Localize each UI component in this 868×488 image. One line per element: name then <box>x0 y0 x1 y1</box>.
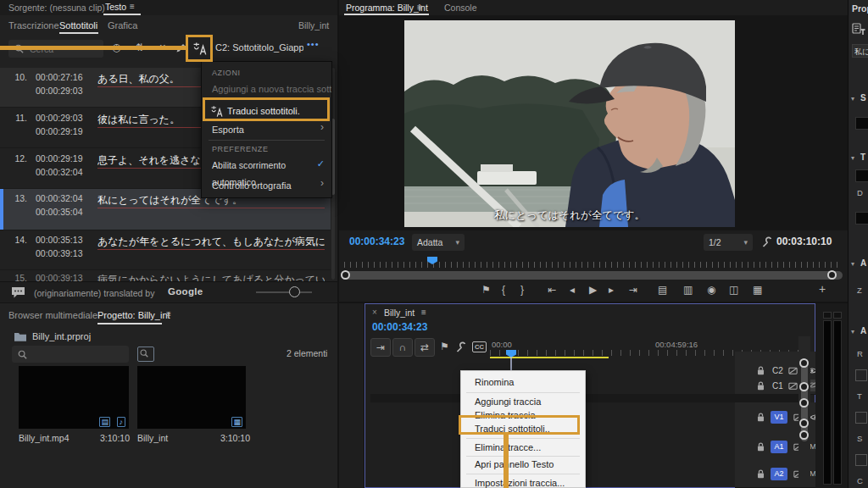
project-search[interactable] <box>12 346 129 363</box>
track-target-badge[interactable]: V1 <box>771 411 787 424</box>
swatch-field[interactable] <box>855 117 868 130</box>
lock-icon[interactable] <box>755 441 766 452</box>
checkbox[interactable] <box>855 454 867 466</box>
sync-lock-icon[interactable] <box>787 365 798 376</box>
checkbox[interactable] <box>855 412 867 424</box>
chevron-down-icon[interactable]: ▾ <box>851 154 854 162</box>
tab-project[interactable]: Progetto: Billy_int <box>97 310 170 320</box>
tab-transcription[interactable]: Trascrizione <box>8 20 59 30</box>
lift-icon[interactable]: ▤ <box>658 285 667 295</box>
track-target-badge[interactable]: A2 <box>771 468 787 480</box>
scrollbar-left-handle[interactable] <box>341 270 350 280</box>
program-current-timecode[interactable]: 00:00:34:23 <box>349 236 404 247</box>
timeline-settings-wrench-icon[interactable] <box>455 341 467 353</box>
track-name[interactable]: C2 <box>772 366 783 375</box>
ctx-open-text-panel[interactable]: Apri pannello Testo <box>461 458 585 471</box>
track-target-badge[interactable]: A1 <box>771 441 787 453</box>
button-editor-plus-icon[interactable]: + <box>819 283 826 295</box>
ctx-rename[interactable]: Rinomina <box>461 375 585 389</box>
caption-track-selector[interactable]: C2: Sottotitolo_Giappo... <box>215 42 303 53</box>
menu-item-export[interactable]: Esporta <box>202 121 331 138</box>
close-tab-icon[interactable]: × <box>372 308 377 317</box>
sync-lock-icon[interactable] <box>787 380 798 391</box>
row-text[interactable]: あなたが年をとるにつれて、もしあなたが病気にかかっても、私がその <box>97 235 325 250</box>
chevron-down-icon[interactable]: ▾ <box>851 328 854 336</box>
track-name[interactable]: C1 <box>772 381 783 391</box>
tab-console[interactable]: Console <box>444 3 477 13</box>
captions-cc-icon[interactable]: CC <box>472 341 487 352</box>
panel-menu-icon[interactable]: ≡ <box>166 310 171 319</box>
item-name[interactable]: Billy_int.mp4 <box>19 433 70 443</box>
track-scrollbar-strip[interactable] <box>798 336 810 487</box>
export-frame-icon[interactable]: ◉ <box>707 285 715 295</box>
timeline-current-timecode[interactable]: 00:00:34:23 <box>372 321 427 333</box>
swatch-field[interactable] <box>855 212 868 225</box>
tab-captions[interactable]: Sottotitoli <box>59 20 97 30</box>
menu-item-autoscroll[interactable]: Abilita scorrimento automatico <box>202 157 331 174</box>
checkbox[interactable] <box>855 369 867 381</box>
mark-in-icon[interactable]: { <box>502 285 505 295</box>
ctx-track-settings[interactable]: Impostazioni traccia... <box>461 476 585 488</box>
snap-magnet-toggle[interactable]: ∩ <box>392 338 413 357</box>
comparison-view-icon[interactable]: ◫ <box>729 285 738 295</box>
video-frame[interactable]: 私にとってはそれが全てです。 <box>404 20 735 227</box>
caption-row[interactable]: 14. 00:00:35:13 00:00:39:13 あなたが年をとるにつれて… <box>0 230 331 270</box>
caption-row[interactable]: 15. 00:00:39:13 病気にかからないようにしてあげると分かっているで… <box>0 269 331 281</box>
ctx-delete-tracks[interactable]: Elimina tracce... <box>461 441 585 454</box>
play-icon[interactable]: ▶ <box>589 285 597 295</box>
tab-text-panel[interactable]: Testo <box>105 2 126 12</box>
track-resize-handle[interactable] <box>799 382 809 391</box>
insert-overwrite-toggle[interactable]: ⇥ <box>370 338 391 357</box>
panel-menu-icon[interactable]: ≡ <box>417 3 422 12</box>
project-item-thumbnail[interactable]: ▤ ♪ <box>19 366 129 429</box>
track-resize-handle[interactable] <box>799 430 809 440</box>
tab-program[interactable]: Programma: Billy_int <box>346 3 428 13</box>
search-bin-icon[interactable] <box>137 347 154 362</box>
track-resize-handle[interactable] <box>799 398 809 408</box>
marker-icon[interactable]: ⚑ <box>440 341 449 352</box>
text-zoom-slider-knob[interactable] <box>289 286 300 297</box>
swatch-field[interactable] <box>855 169 868 182</box>
extract-icon[interactable]: ▥ <box>683 285 693 295</box>
track-resize-handle[interactable] <box>799 358 809 368</box>
row-text[interactable]: 病気にかからないようにしてあげると分かっているでしょう。 <box>97 273 325 281</box>
linked-selection-toggle[interactable]: ⇄ <box>415 338 435 357</box>
chevron-down-icon[interactable]: ▾ <box>851 95 854 103</box>
scrollbar-right-handle[interactable] <box>827 270 837 280</box>
program-time-ruler[interactable] <box>344 262 843 268</box>
add-marker-icon[interactable]: ⚑ <box>481 285 491 295</box>
item-name[interactable]: Billy_int <box>137 433 168 443</box>
project-breadcrumb[interactable]: Billy_int.prproj <box>32 331 91 341</box>
caption-text-field[interactable]: 私に <box>852 44 868 58</box>
timeline-tab-label[interactable]: Billy_int <box>384 308 415 318</box>
text-zoom-slider-track[interactable] <box>256 291 312 293</box>
project-item-thumbnail[interactable]: ▦ <box>137 366 246 429</box>
panel-menu-icon[interactable]: ≡ <box>130 3 135 11</box>
tab-media-browser[interactable]: Browser multimediale <box>8 310 97 320</box>
lock-icon[interactable] <box>755 412 766 423</box>
step-back-icon[interactable]: ◂ <box>570 285 575 295</box>
program-scrollbar[interactable] <box>344 271 843 280</box>
chevron-down-icon[interactable]: ▾ <box>851 260 854 268</box>
more-options-icon[interactable]: ••• <box>307 39 320 49</box>
track-resize-handle[interactable] <box>799 419 809 428</box>
menu-section-actions: AZIONI <box>212 69 241 77</box>
tab-source-monitor[interactable]: Sorgente: (nessuna clip) <box>8 3 105 13</box>
settings-wrench-icon[interactable] <box>761 236 773 248</box>
go-to-in-icon[interactable]: ⇤ <box>548 285 556 295</box>
mark-out-icon[interactable]: } <box>520 285 524 295</box>
lock-icon[interactable] <box>755 365 766 376</box>
lock-icon[interactable] <box>755 469 766 480</box>
tab-graphics[interactable]: Grafica <box>108 20 137 30</box>
zoom-fit-dropdown[interactable]: Adatta ▾ <box>412 234 465 251</box>
menu-item-spellcheck[interactable]: Controllo ortografia <box>202 177 331 194</box>
playback-resolution-dropdown[interactable]: 1/2 ▾ <box>704 234 753 251</box>
ctx-add-track[interactable]: Aggiungi traccia <box>461 395 585 408</box>
text-properties-icon[interactable] <box>852 22 865 36</box>
go-to-out-icon[interactable]: ⇥ <box>629 285 637 295</box>
lock-icon[interactable] <box>755 380 766 391</box>
step-forward-icon[interactable]: ▸ <box>609 285 614 295</box>
menu-item-add-caption-track[interactable]: Aggiungi a nuova traccia sottotitoli... <box>202 80 331 97</box>
multicam-icon[interactable]: ▦ <box>753 285 762 295</box>
panel-menu-icon[interactable]: ≡ <box>421 308 426 317</box>
